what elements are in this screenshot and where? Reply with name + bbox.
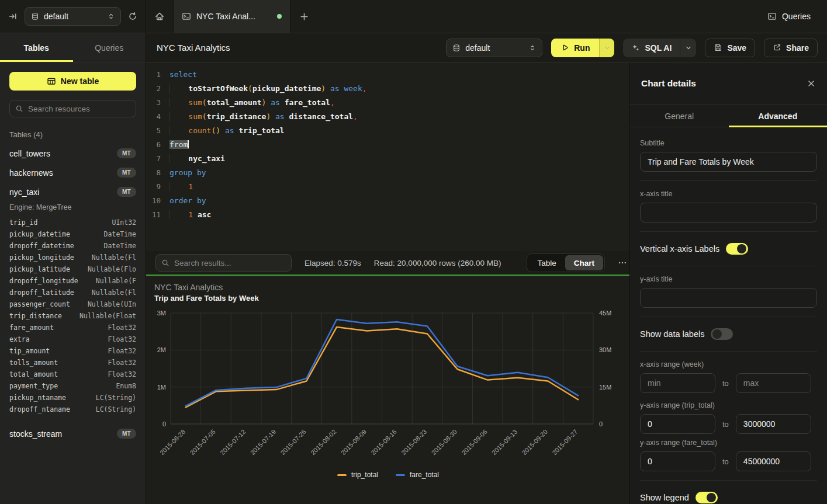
y-range-trip-min-input[interactable] — [640, 414, 715, 434]
code-text: group by — [169, 166, 206, 180]
chevron-down-icon — [685, 44, 692, 51]
sql-ai-options-button[interactable] — [680, 39, 696, 57]
column-row[interactable]: tolls_amountFloat32 — [9, 357, 136, 369]
run-options-button[interactable] — [599, 39, 614, 57]
tab-advanced[interactable]: Advanced — [729, 105, 827, 127]
svg-text:2015-08-16: 2015-08-16 — [369, 428, 397, 456]
column-row[interactable]: dropoff_longitudeNullable(F — [9, 275, 136, 287]
query-database-selector[interactable]: default — [446, 39, 542, 57]
svg-text:2015-07-26: 2015-07-26 — [279, 428, 307, 456]
elapsed-text: Elapsed: 0.579s — [304, 259, 361, 267]
column-type: UInt32 — [112, 217, 136, 228]
svg-text:2015-09-20: 2015-09-20 — [521, 428, 549, 456]
resource-search-input[interactable] — [28, 105, 130, 113]
subtitle-input[interactable] — [640, 152, 817, 172]
column-row[interactable]: tip_amountFloat32 — [9, 345, 136, 357]
x-range-max-input[interactable] — [736, 373, 811, 393]
y-range-fare-max-input[interactable] — [736, 451, 811, 471]
toggle-knob — [707, 493, 716, 502]
home-tab-button[interactable] — [146, 0, 173, 33]
column-type: LC(String) — [96, 404, 136, 415]
x-range-min-input[interactable] — [640, 373, 715, 393]
column-row[interactable]: trip_idUInt32 — [9, 217, 136, 228]
column-row[interactable]: passenger_countNullable(UIn — [9, 298, 136, 310]
sql-ai-split-button: SQL AI — [623, 39, 696, 57]
tab-general[interactable]: General — [630, 105, 729, 127]
x-axis-title-label: x-axis title — [640, 190, 817, 198]
column-row[interactable]: payment_typeEnum8 — [9, 380, 136, 392]
query-tab[interactable]: NYC Taxi Anal... — [173, 0, 290, 33]
column-row[interactable]: pickup_datetimeDateTime — [9, 228, 136, 240]
share-button[interactable]: Share — [764, 39, 818, 57]
new-tab-button[interactable] — [290, 0, 317, 33]
column-row[interactable]: pickup_ntanameLC(String) — [9, 392, 136, 404]
line-number: 11 — [146, 208, 161, 222]
sidebar-tab-queries[interactable]: Queries — [73, 33, 146, 62]
code-text: sum(trip_distance) as distance_total, — [169, 110, 358, 124]
vertical-labels-toggle[interactable] — [726, 243, 748, 255]
table-row-hackernews[interactable]: hackernews MT — [9, 163, 136, 182]
close-icon — [807, 79, 816, 88]
table-row-stocks-stream[interactable]: stocks_stream MT — [9, 424, 136, 443]
legend-item-fare_total[interactable]: fare_total — [396, 471, 439, 479]
column-row[interactable]: total_amountFloat32 — [9, 369, 136, 380]
save-button[interactable]: Save — [705, 39, 755, 57]
queries-button[interactable]: Queries — [767, 0, 811, 33]
collapse-sidebar-button[interactable] — [8, 12, 18, 21]
sql-ai-button[interactable]: SQL AI — [623, 39, 680, 57]
search-icon — [161, 259, 169, 267]
column-row[interactable]: dropoff_ntanameLC(String) — [9, 404, 136, 415]
close-panel-button[interactable] — [807, 79, 816, 88]
table-row-cell-towers[interactable]: cell_towers MT — [9, 144, 136, 163]
svg-text:2015-09-06: 2015-09-06 — [460, 428, 488, 456]
svg-text:30M: 30M — [599, 346, 611, 353]
column-name: tolls_amount — [9, 357, 58, 369]
database-selector[interactable]: default — [25, 7, 121, 26]
code-line: 1select — [146, 68, 629, 82]
code-line: 11 1 asc — [146, 208, 629, 222]
column-row[interactable]: extraFloat32 — [9, 333, 136, 345]
y-range-trip-max-input[interactable] — [736, 414, 811, 434]
sidebar: default Tables Queries New table Tables … — [0, 0, 146, 504]
results-search-input[interactable] — [174, 259, 286, 267]
new-table-label: New table — [61, 77, 99, 86]
view-toggle-chart[interactable]: Chart — [565, 255, 603, 270]
column-row[interactable]: fare_amountFloat32 — [9, 322, 136, 333]
x-axis-title-input[interactable] — [640, 203, 817, 223]
legend-item-trip_total[interactable]: trip_total — [337, 471, 378, 479]
refresh-button[interactable] — [128, 12, 137, 21]
column-row[interactable]: pickup_latitudeNullable(Flo — [9, 263, 136, 275]
more-options-button[interactable] — [618, 258, 627, 267]
show-legend-row: Show legend — [640, 489, 817, 504]
column-type: Float32 — [108, 333, 136, 345]
panel-title: Chart details — [641, 78, 696, 89]
column-type: DateTime — [104, 240, 136, 252]
column-type: Nullable(Float — [79, 310, 136, 322]
column-name: pickup_ntaname — [9, 392, 66, 404]
resource-search — [9, 100, 136, 117]
read-stats-text: Read: 20,000,000 rows (260.00 MB) — [374, 259, 501, 267]
code-line: 4 sum(trip_distance) as distance_total, — [146, 110, 629, 124]
show-legend-toggle[interactable] — [695, 492, 718, 503]
run-button[interactable]: Run — [551, 39, 599, 57]
sql-editor[interactable]: 1select2 toStartOfWeek(pickup_datetime) … — [146, 62, 629, 251]
view-toggle-table[interactable]: Table — [528, 255, 565, 270]
vertical-labels-label: Vertical x-axis Labels — [640, 244, 719, 253]
svg-text:2015-09-27: 2015-09-27 — [551, 428, 579, 456]
column-name: fare_amount — [9, 322, 54, 333]
column-row[interactable]: pickup_longitudeNullable(Fl — [9, 252, 136, 263]
code-text: toStartOfWeek(pickup_datetime) as week, — [169, 82, 367, 96]
column-name: passenger_count — [9, 298, 70, 310]
y-axis-title-input[interactable] — [640, 288, 817, 308]
new-table-button[interactable]: New table — [9, 72, 136, 91]
y-range-fare-min-input[interactable] — [640, 451, 715, 471]
table-row-nyc-taxi[interactable]: nyc_taxi MT — [9, 182, 136, 201]
column-row[interactable]: dropoff_datetimeDateTime — [9, 240, 136, 252]
line-number: 9 — [146, 180, 161, 194]
query-toolbar: NYC Taxi Analytics default Run — [146, 33, 827, 62]
column-row[interactable]: trip_distanceNullable(Float — [9, 310, 136, 322]
x-range-label: x-axis range (week) — [640, 360, 817, 369]
column-row[interactable]: dropoff_latitudeNullable(Fl — [9, 287, 136, 298]
show-data-labels-toggle[interactable] — [711, 328, 733, 340]
sidebar-tab-tables[interactable]: Tables — [0, 33, 73, 62]
